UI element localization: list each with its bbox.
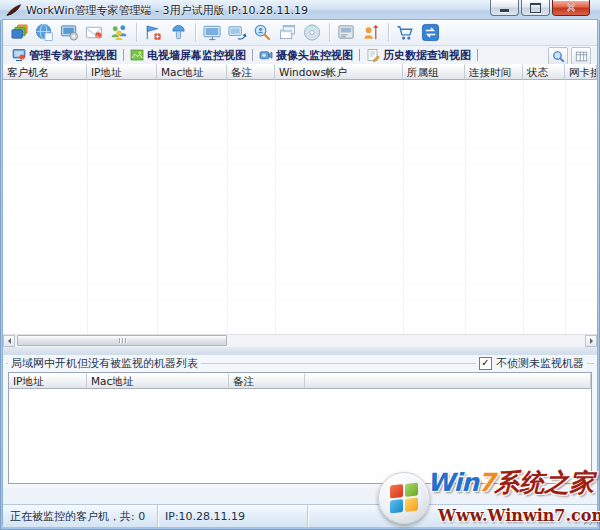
user-search-button[interactable] bbox=[250, 21, 275, 44]
clients-table-body[interactable] bbox=[3, 80, 597, 335]
grid-line bbox=[87, 80, 88, 335]
tab-separator bbox=[123, 49, 124, 61]
unmonitored-table-body[interactable] bbox=[9, 389, 591, 483]
tab-label: 历史数据查询视图 bbox=[383, 48, 471, 63]
programs-button[interactable] bbox=[7, 21, 32, 44]
main-toolbar bbox=[3, 20, 597, 46]
checkbox-label: 不侦测未监视机器 bbox=[496, 356, 584, 371]
scrollbar-thumb[interactable] bbox=[17, 335, 227, 346]
status-bar: 正在被监控的客户机，共: 0 IP:10.28.11.19 bbox=[3, 504, 597, 527]
tab-label: 电视墙屏幕监控视图 bbox=[147, 48, 246, 63]
cart-button[interactable] bbox=[393, 21, 418, 44]
thumb-grip bbox=[119, 338, 120, 343]
camera-icon bbox=[259, 48, 273, 62]
pane-splitter[interactable] bbox=[3, 347, 597, 355]
column-header-nic-received[interactable]: 网卡接收... bbox=[565, 64, 597, 80]
user-search-icon bbox=[253, 23, 272, 42]
windows-layers-button[interactable] bbox=[275, 21, 300, 44]
window-title: WorkWin管理专家管理端 - 3用户试用版 IP:10.28.11.19 bbox=[26, 3, 308, 18]
right-arrow-icon bbox=[590, 338, 596, 344]
remote-config-button[interactable] bbox=[57, 21, 82, 44]
close-button[interactable] bbox=[552, 0, 590, 16]
unmonitored-table-header: IP地址 Mac地址 备注 bbox=[9, 373, 591, 389]
user-signal-icon bbox=[362, 23, 381, 42]
grid-line bbox=[157, 80, 158, 335]
groupbox-header: 局域网中开机但没有被监视的机器列表 ✓ 不侦测未监视机器 bbox=[3, 355, 597, 371]
column-header-status[interactable]: 状态 bbox=[523, 64, 565, 80]
column-header-client-name[interactable]: 客户机名 bbox=[3, 64, 87, 80]
maximize-icon bbox=[530, 3, 541, 13]
status-monitored-clients-text: 正在被监控的客户机，共: 0 bbox=[10, 509, 145, 524]
grid-line bbox=[403, 80, 404, 335]
flag-icon bbox=[144, 23, 163, 42]
user-signal-button[interactable] bbox=[359, 21, 384, 44]
cart-icon bbox=[396, 23, 415, 42]
disc-button[interactable] bbox=[300, 21, 325, 44]
screen-monitor-icon bbox=[203, 23, 222, 42]
tab-tv-wall-view[interactable]: 电视墙屏幕监控视图 bbox=[126, 47, 250, 63]
status-ip: IP:10.28.11.19 bbox=[158, 505, 308, 527]
scroll-left-arrow[interactable] bbox=[3, 335, 15, 347]
tab-camera-view[interactable]: 摄像头监控视图 bbox=[255, 47, 357, 63]
flag-button[interactable] bbox=[141, 21, 166, 44]
app-window: WorkWin管理专家管理端 - 3用户试用版 IP:10.28.11.19 bbox=[0, 0, 600, 530]
pin-icon bbox=[169, 23, 188, 42]
grid-view-button[interactable] bbox=[571, 47, 591, 65]
checkbox-box[interactable]: ✓ bbox=[479, 357, 492, 370]
users-button[interactable] bbox=[107, 21, 132, 44]
web-button[interactable] bbox=[32, 21, 57, 44]
column-header-connect-time[interactable]: 连接时间 bbox=[465, 64, 523, 80]
column-header-remark[interactable]: 备注 bbox=[229, 373, 305, 389]
tab-expert-monitor-view[interactable]: 管理专家监控视图 bbox=[8, 47, 121, 63]
screen-share-button[interactable] bbox=[225, 21, 250, 44]
maximize-button[interactable] bbox=[521, 0, 550, 16]
remote-config-icon bbox=[60, 23, 79, 42]
column-header-group[interactable]: 所属组 bbox=[403, 64, 465, 80]
column-header-empty[interactable] bbox=[305, 373, 591, 389]
toolbar-separator bbox=[136, 23, 137, 42]
tv-wall-icon bbox=[130, 48, 144, 62]
status-empty-section bbox=[308, 505, 597, 527]
toolbar-separator bbox=[329, 23, 330, 42]
scroll-right-arrow[interactable] bbox=[585, 335, 597, 347]
transfer-icon bbox=[421, 23, 440, 42]
transfer-button[interactable] bbox=[418, 21, 443, 44]
tab-separator bbox=[477, 49, 478, 61]
horizontal-scrollbar[interactable] bbox=[3, 334, 597, 347]
web-icon bbox=[35, 23, 54, 42]
column-header-ip[interactable]: IP地址 bbox=[87, 64, 157, 80]
search-icon bbox=[552, 50, 565, 63]
screen-share-icon bbox=[228, 23, 247, 42]
column-header-windows-account[interactable]: Windows帐户 bbox=[275, 64, 403, 80]
no-detect-checkbox[interactable]: ✓ 不侦测未监视机器 bbox=[476, 356, 587, 371]
grid-line bbox=[275, 80, 276, 335]
titlebar: WorkWin管理专家管理端 - 3用户试用版 IP:10.28.11.19 bbox=[0, 0, 600, 21]
close-icon bbox=[566, 3, 576, 12]
tab-history-query-view[interactable]: 历史数据查询视图 bbox=[362, 47, 475, 63]
mail-button[interactable] bbox=[82, 21, 107, 44]
status-monitored-clients: 正在被监控的客户机，共: 0 bbox=[3, 505, 158, 527]
resize-grip[interactable] bbox=[583, 513, 595, 525]
pc-card-button[interactable] bbox=[334, 21, 359, 44]
tab-label: 管理专家监控视图 bbox=[29, 48, 117, 63]
screen-monitor-button[interactable] bbox=[200, 21, 225, 44]
windows-layers-icon bbox=[278, 23, 297, 42]
grid-line bbox=[565, 80, 566, 335]
search-button[interactable] bbox=[548, 47, 568, 65]
monitor-user-icon bbox=[12, 48, 26, 62]
column-header-mac[interactable]: Mac地址 bbox=[157, 64, 227, 80]
thumb-grip bbox=[122, 338, 123, 343]
column-header-ip[interactable]: IP地址 bbox=[9, 373, 87, 389]
programs-icon bbox=[10, 23, 29, 42]
column-header-mac[interactable]: Mac地址 bbox=[87, 373, 229, 389]
users-icon bbox=[110, 23, 129, 42]
grid-line bbox=[523, 80, 524, 335]
column-header-remark[interactable]: 备注 bbox=[227, 64, 275, 80]
view-tabbar: 管理专家监控视图 电视墙屏幕监控视图 摄像头监控视图 bbox=[3, 46, 597, 64]
history-doc-icon bbox=[366, 48, 380, 62]
thumb-grip bbox=[125, 338, 126, 343]
minimize-button[interactable] bbox=[490, 0, 519, 16]
tab-separator bbox=[359, 49, 360, 61]
pin-button[interactable] bbox=[166, 21, 191, 44]
client-area: 管理专家监控视图 电视墙屏幕监控视图 摄像头监控视图 bbox=[3, 20, 597, 524]
